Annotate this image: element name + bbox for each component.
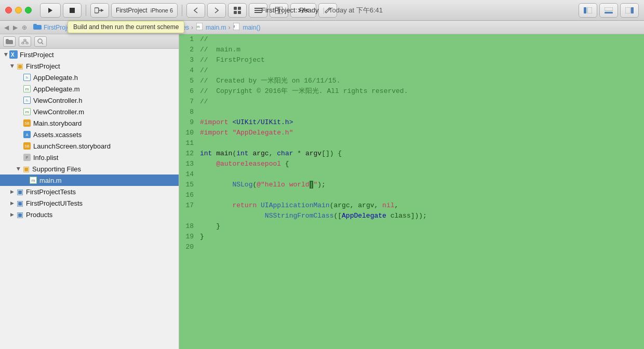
assets-icon: A — [23, 130, 31, 139]
svg-rect-2 — [95, 8, 99, 13]
code-line: 10 #import "AppDelegate.h" — [179, 128, 644, 138]
code-line: 20 — [179, 242, 644, 252]
svg-text:X: X — [11, 52, 15, 58]
code-line: 13 @autoreleasepool { — [179, 159, 644, 169]
code-line: 14 — [179, 169, 644, 180]
svg-rect-21 — [631, 7, 634, 14]
sidebar-item-label: FirstProjectTests — [26, 188, 76, 196]
status-text: FirstProject: Ready — [261, 6, 319, 14]
bc-main-func[interactable]: main() — [243, 24, 260, 31]
folder-icon: ▣ — [16, 210, 24, 219]
triangle-icon: ▶ — [10, 189, 14, 194]
storyboard-icon: SB — [23, 119, 31, 127]
svg-rect-17 — [587, 7, 592, 14]
triangle-icon: ▶ — [10, 212, 14, 217]
svg-rect-19 — [605, 12, 613, 14]
code-line: 5 // Created by 一米阳光 on 16/11/15. — [179, 76, 644, 86]
storyboard-icon: SB — [23, 142, 31, 150]
sidebar-item-appdelegate-h[interactable]: h AppDelegate.h — [0, 72, 179, 83]
grid-view-btn[interactable] — [228, 3, 247, 18]
sidebar-item-appdelegate-m[interactable]: m AppDelegate.m — [0, 83, 179, 95]
sidebar-search-btn[interactable] — [34, 36, 47, 47]
m-file-icon: m — [23, 108, 31, 116]
sidebar-item-label: ViewController.h — [33, 97, 82, 104]
h-file-icon: h — [23, 73, 31, 82]
svg-rect-18 — [605, 7, 613, 11]
svg-rect-6 — [238, 7, 241, 10]
plist-icon: P — [23, 153, 31, 162]
folder-icon: ▣ — [16, 199, 24, 207]
traffic-lights — [5, 7, 32, 14]
m-file-icon: m — [23, 85, 31, 93]
triangle-icon: ▶ — [10, 64, 15, 68]
code-line: 7 // — [179, 97, 644, 107]
sidebar-item-launchscreen[interactable]: SB LaunchScreen.storyboard — [0, 140, 179, 152]
code-line: 15 NSLog(@"hello world|"); — [179, 180, 644, 190]
main-area: ▶ X FirstProject ▶ ▣ FirstProject h AppD… — [0, 34, 644, 349]
sidebar-item-label: Assets.xcassets — [33, 131, 82, 139]
code-line: 1 // — [179, 34, 644, 45]
sidebar-item-label: main.m — [39, 177, 62, 184]
triangle-icon: ▶ — [16, 167, 21, 171]
sidebar-item-info-plist[interactable]: P Info.plist — [0, 152, 179, 163]
project-name-label: FirstProject — [116, 7, 147, 14]
svg-rect-1 — [70, 8, 75, 13]
run-button[interactable] — [40, 3, 61, 18]
svg-point-28 — [26, 42, 28, 44]
sidebar-item-products[interactable]: ▶ ▣ Products — [0, 209, 179, 220]
code-line: 2 // main.m — [179, 45, 644, 55]
svg-point-26 — [24, 39, 26, 41]
maximize-button[interactable] — [25, 7, 32, 14]
folder-icon: ▣ — [16, 187, 24, 196]
sidebar-toolbar — [0, 34, 179, 49]
minimize-button[interactable] — [15, 7, 22, 14]
close-button[interactable] — [5, 7, 12, 14]
svg-line-32 — [42, 43, 43, 44]
triangle-icon: ▶ — [10, 200, 14, 206]
code-line: 12 int main(int argc, char * argv[]) { — [179, 149, 644, 159]
tooltip: Build and then run the current scheme — [68, 21, 184, 33]
stop-button[interactable] — [63, 3, 82, 18]
nav-forward-btn[interactable] — [207, 3, 226, 18]
sidebar-item-label: Supporting Files — [32, 165, 81, 173]
time-text: Today at 下午6:41 — [329, 6, 383, 15]
sidebar-item-root[interactable]: ▶ X FirstProject — [0, 49, 179, 60]
svg-rect-16 — [584, 7, 586, 14]
sidebar-hierarchy-btn[interactable] — [19, 36, 31, 47]
sidebar-item-supporting-files[interactable]: ▶ ▣ Supporting Files — [0, 163, 179, 174]
hide-debug-btn[interactable] — [599, 3, 618, 18]
code-line: 3 // FirstProject — [179, 55, 644, 65]
svg-rect-20 — [625, 7, 630, 14]
sidebar-item-viewcontroller-m[interactable]: m ViewController.m — [0, 106, 179, 117]
sidebar-item-firstproject[interactable]: ▶ ▣ FirstProject — [0, 60, 179, 72]
code-editor[interactable]: 1 // 2 // main.m 3 // FirstProject 4 // … — [179, 34, 644, 349]
sidebar-item-main-m[interactable]: m main.m — [0, 174, 179, 186]
code-line: 17 return UIApplicationMain(argc, argv, … — [179, 200, 644, 211]
sidebar-item-assets[interactable]: A Assets.xcassets — [0, 129, 179, 140]
svg-rect-8 — [238, 11, 241, 14]
nav-back-btn[interactable] — [186, 3, 205, 18]
sidebar-item-tests[interactable]: ▶ ▣ FirstProjectTests — [0, 186, 179, 197]
folder-icon: ▣ — [16, 62, 24, 70]
hide-navigator-btn[interactable] — [579, 3, 597, 18]
sidebar-item-label: FirstProject — [26, 62, 60, 70]
sidebar-item-label: AppDelegate.m — [33, 85, 80, 93]
sidebar-item-label: LaunchScreen.storyboard — [33, 142, 111, 150]
scheme-selector[interactable]: FirstProject iPhone 6 — [111, 3, 178, 18]
svg-point-27 — [22, 42, 24, 44]
code-line: 8 — [179, 107, 644, 117]
code-line: 18 } — [179, 221, 644, 232]
svg-rect-5 — [234, 7, 237, 10]
sidebar-item-label: AppDelegate.h — [33, 74, 78, 82]
svg-point-31 — [38, 39, 42, 43]
sidebar: ▶ X FirstProject ▶ ▣ FirstProject h AppD… — [0, 34, 179, 349]
bc-mainm[interactable]: main.m — [206, 24, 226, 31]
sidebar-folder-btn[interactable] — [3, 36, 16, 47]
sidebar-item-ui-tests[interactable]: ▶ ▣ FirstProjectUITests — [0, 197, 179, 209]
sidebar-root-label: FirstProject — [20, 51, 54, 59]
sidebar-item-viewcontroller-h[interactable]: h ViewController.h — [0, 95, 179, 106]
sidebar-item-label: Info.plist — [33, 154, 58, 162]
code-line: 11 — [179, 138, 644, 149]
hide-inspector-btn[interactable] — [620, 3, 639, 18]
sidebar-item-main-storyboard[interactable]: SB Main.storyboard — [0, 117, 179, 129]
